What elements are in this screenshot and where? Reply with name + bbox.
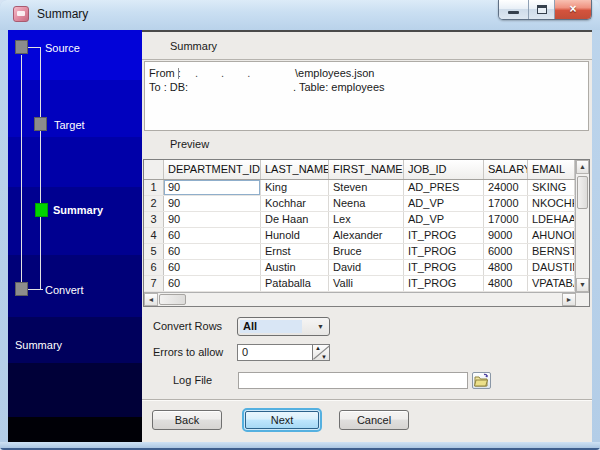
table-cell[interactable]: 90 — [164, 196, 261, 211]
table-cell[interactable]: King — [261, 180, 329, 195]
table-cell[interactable]: Ernst — [261, 244, 329, 259]
table-cell[interactable]: Pataballa — [261, 276, 329, 291]
log-file-label: Log File — [173, 374, 212, 386]
table-cell[interactable]: Austin — [261, 260, 329, 275]
step-marker-convert[interactable] — [15, 282, 28, 296]
table-row[interactable]: 660AustinDavidIT_PROG4800DAUSTIN — [144, 260, 575, 276]
next-button-focus-ring: Next — [242, 408, 322, 432]
vertical-scrollbar[interactable]: ▲ ▼ — [575, 160, 589, 292]
to-table-value: . Table: employees — [293, 81, 385, 93]
log-file-input[interactable] — [238, 372, 468, 389]
close-button[interactable]: × — [555, 0, 591, 19]
horizontal-scroll-thumb[interactable] — [159, 294, 186, 305]
convert-rows-select[interactable]: All ▼ — [237, 317, 330, 336]
main-panel: Summary From : . . . \employees.json To … — [142, 30, 592, 442]
table-cell[interactable]: SKING — [528, 180, 575, 195]
table-cell[interactable]: Steven — [329, 180, 404, 195]
row-number: 7 — [144, 276, 164, 291]
column-header-last_name[interactable]: LAST_NAME — [261, 160, 329, 179]
table-row[interactable]: 390De HaanLexAD_VP17000LDEHAAN — [144, 212, 575, 228]
table-cell[interactable]: Valli — [329, 276, 404, 291]
table-cell[interactable]: IT_PROG — [404, 260, 484, 275]
table-row[interactable]: 290KochharNeenaAD_VP17000NKOCHH — [144, 196, 575, 212]
spinner-buttons[interactable]: ▲ ▼ — [312, 345, 329, 360]
table-row[interactable]: 560ErnstBruceIT_PROG6000BERNST — [144, 244, 575, 260]
table-cell[interactable]: Bruce — [329, 244, 404, 259]
column-header-job_id[interactable]: JOB_ID — [404, 160, 484, 179]
table-cell[interactable]: Alexander — [329, 228, 404, 243]
table-cell[interactable]: 17000 — [484, 212, 528, 227]
table-cell[interactable]: AD_VP — [404, 196, 484, 211]
step-marker-source[interactable] — [15, 40, 28, 54]
column-header-email[interactable]: EMAIL — [528, 160, 575, 179]
horizontal-scrollbar[interactable]: ◄ ► — [144, 292, 589, 306]
table-cell[interactable]: BERNST — [528, 244, 575, 259]
table-cell[interactable]: 17000 — [484, 196, 528, 211]
table-cell[interactable]: Lex — [329, 212, 404, 227]
table-cell[interactable]: Kochhar — [261, 196, 329, 211]
table-row[interactable]: 760PataballaValliIT_PROG4800VPATABA — [144, 276, 575, 292]
scroll-left-button[interactable]: ◄ — [144, 293, 158, 306]
window-controls: × — [498, 0, 592, 20]
preview-grid-header: DEPARTMENT_IDLAST_NAMEFIRST_NAMEJOB_IDSA… — [144, 160, 575, 180]
row-number: 6 — [144, 260, 164, 275]
column-header-first_name[interactable]: FIRST_NAME — [329, 160, 404, 179]
scroll-right-icon: ► — [566, 296, 573, 303]
table-cell[interactable]: 4800 — [484, 276, 528, 291]
table-cell[interactable]: LDEHAAN — [528, 212, 575, 227]
table-cell[interactable]: IT_PROG — [404, 276, 484, 291]
connector-line — [28, 47, 41, 48]
sidebar-item-summary[interactable]: Summary — [53, 204, 103, 216]
chevron-down-icon: ▼ — [317, 323, 324, 330]
minimize-button[interactable] — [499, 0, 529, 19]
browse-log-file-button[interactable] — [472, 372, 491, 389]
sidebar-item-convert[interactable]: Convert — [45, 284, 84, 296]
column-header-salary[interactable]: SALARY — [484, 160, 528, 179]
wizard-steps-sidebar: Source Target Summary Convert Summary — [8, 30, 142, 442]
back-button[interactable]: Back — [152, 410, 222, 430]
table-cell[interactable]: DAUSTIN — [528, 260, 575, 275]
sidebar-item-source[interactable]: Source — [45, 42, 80, 54]
table-cell[interactable]: 6000 — [484, 244, 528, 259]
maximize-button[interactable] — [529, 0, 555, 19]
table-cell[interactable]: AD_VP — [404, 212, 484, 227]
table-cell[interactable]: 4800 — [484, 260, 528, 275]
vertical-scroll-thumb[interactable] — [577, 176, 588, 209]
scroll-down-button[interactable]: ▼ — [576, 278, 589, 292]
table-cell[interactable]: AHUNOL — [528, 228, 575, 243]
table-cell[interactable]: IT_PROG — [404, 228, 484, 243]
table-cell[interactable]: VPATABA — [528, 276, 575, 291]
table-cell[interactable]: 90 — [164, 212, 261, 227]
errors-to-allow-label: Errors to allow — [153, 346, 223, 358]
window-bottom-border — [0, 442, 600, 450]
table-cell[interactable]: Neena — [329, 196, 404, 211]
step-marker-summary[interactable] — [35, 203, 48, 217]
table-cell[interactable]: 9000 — [484, 228, 528, 243]
table-cell[interactable]: 60 — [164, 276, 261, 291]
column-header-department_id[interactable]: DEPARTMENT_ID — [164, 160, 261, 179]
connector-line — [28, 289, 43, 290]
table-cell[interactable]: AD_PRES — [404, 180, 484, 195]
next-button[interactable]: Next — [245, 411, 319, 429]
wizard-window: Summary × Source Target Summary Convert … — [0, 0, 600, 450]
table-cell[interactable]: Hunold — [261, 228, 329, 243]
table-cell[interactable]: De Haan — [261, 212, 329, 227]
table-cell[interactable]: NKOCHH — [528, 196, 575, 211]
table-cell[interactable]: 24000 — [484, 180, 528, 195]
table-cell[interactable]: 60 — [164, 244, 261, 259]
table-row[interactable]: 460HunoldAlexanderIT_PROG9000AHUNOL — [144, 228, 575, 244]
sidebar-item-target[interactable]: Target — [54, 119, 85, 131]
row-number: 4 — [144, 228, 164, 243]
scroll-right-button[interactable]: ► — [562, 293, 576, 306]
table-cell[interactable]: 60 — [164, 260, 261, 275]
row-number: 1 — [144, 180, 164, 195]
cancel-button[interactable]: Cancel — [339, 410, 409, 430]
table-cell[interactable]: David — [329, 260, 404, 275]
table-cell[interactable]: IT_PROG — [404, 244, 484, 259]
table-row[interactable]: 190KingStevenAD_PRES24000SKING — [144, 180, 575, 196]
errors-to-allow-stepper[interactable]: 0 ▲ ▼ — [237, 344, 330, 361]
table-cell[interactable]: 60 — [164, 228, 261, 243]
step-marker-target[interactable] — [34, 117, 47, 131]
scroll-up-button[interactable]: ▲ — [576, 160, 589, 174]
table-cell[interactable]: 90 — [164, 180, 261, 195]
